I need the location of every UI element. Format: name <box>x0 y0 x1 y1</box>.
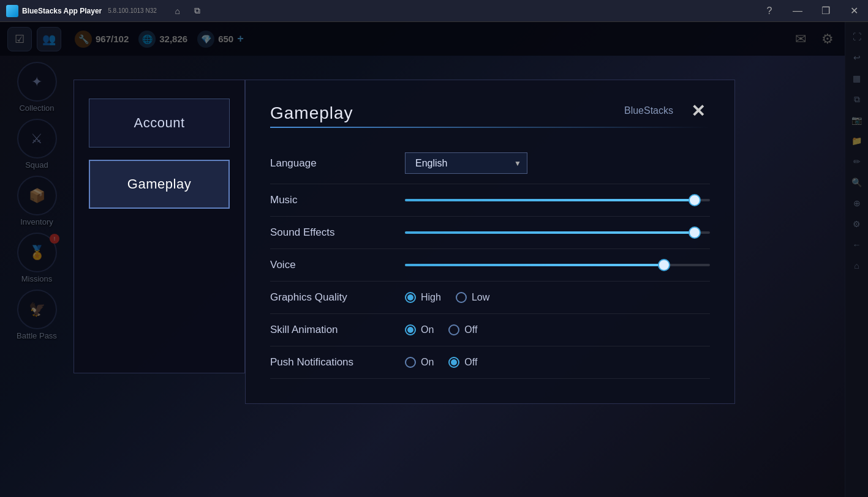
skill-off-radio[interactable] <box>448 324 459 335</box>
music-label: Music <box>270 194 405 206</box>
voice-slider-track[interactable] <box>405 264 710 266</box>
sound-effects-label: Sound Effects <box>270 226 405 239</box>
language-dropdown-wrapper[interactable]: English Korean Japanese Chinese ▼ <box>405 152 527 174</box>
titlebar: BlueStacks App Player 5.8.100.1013 N32 ⌂… <box>0 0 868 22</box>
push-on-option[interactable]: On <box>405 357 434 368</box>
music-setting-row: Music <box>270 184 710 217</box>
voice-label: Voice <box>270 259 405 271</box>
sound-effects-slider-fill <box>405 231 695 234</box>
music-slider-fill <box>405 199 695 201</box>
language-select[interactable]: English Korean Japanese Chinese <box>405 152 527 174</box>
skill-on-dot <box>407 327 413 333</box>
push-notifications-radio-group: On Off <box>405 357 477 368</box>
graphics-low-label: Low <box>472 292 489 303</box>
graphics-high-option[interactable]: High <box>405 292 441 303</box>
push-off-label: Off <box>464 357 477 368</box>
music-slider-thumb[interactable] <box>689 194 701 206</box>
push-notifications-label: Push Notifications <box>270 356 405 368</box>
sound-effects-slider-track[interactable] <box>405 231 710 234</box>
language-control: English Korean Japanese Chinese ▼ <box>405 152 710 174</box>
graphics-quality-label: Graphics Quality <box>270 291 405 304</box>
panel-close-button[interactable]: ✕ <box>685 99 710 123</box>
graphics-quality-radio-group: High Low <box>405 292 489 303</box>
skill-on-label: On <box>421 324 434 335</box>
gameplay-tab-button[interactable]: Gameplay <box>89 160 230 209</box>
graphics-low-radio[interactable] <box>456 292 467 303</box>
skill-animation-label: Skill Animation <box>270 324 405 336</box>
graphics-low-option[interactable]: Low <box>456 292 489 303</box>
titlebar-logo: BlueStacks App Player 5.8.100.1013 N32 <box>0 5 163 17</box>
skill-animation-setting-row: Skill Animation On Off <box>270 314 710 346</box>
push-on-radio[interactable] <box>405 357 416 368</box>
push-notifications-setting-row: Push Notifications On Off <box>270 346 710 379</box>
skill-animation-radio-group: On Off <box>405 324 477 335</box>
multi-nav-button[interactable]: ⧉ <box>189 2 206 20</box>
sound-effects-slider-thumb[interactable] <box>689 226 701 239</box>
push-on-label: On <box>421 357 434 368</box>
sound-effects-setting-row: Sound Effects <box>270 217 710 249</box>
voice-control[interactable] <box>405 264 710 266</box>
skill-off-option[interactable]: Off <box>448 324 477 335</box>
panel-header: Gameplay BlueStacks ✕ <box>270 99 710 123</box>
graphics-high-label: High <box>421 292 441 303</box>
voice-setting-row: Voice <box>270 249 710 282</box>
music-control[interactable] <box>405 199 710 201</box>
minimize-button[interactable]: — <box>783 0 812 22</box>
voice-slider-fill <box>405 264 664 266</box>
panel-title: Gameplay <box>270 103 353 123</box>
account-tab-button[interactable]: Account <box>89 99 230 148</box>
skill-off-label: Off <box>464 324 477 335</box>
graphics-setting-row: Graphics Quality High Low <box>270 282 710 314</box>
app-name: BlueStacks App Player <box>22 7 102 15</box>
home-nav-button[interactable]: ⌂ <box>169 2 186 20</box>
skill-on-option[interactable]: On <box>405 324 434 335</box>
graphics-high-radio[interactable] <box>405 292 416 303</box>
bluestacks-label: BlueStacks <box>624 105 673 116</box>
graphics-high-dot <box>407 294 413 301</box>
language-setting-row: Language English Korean Japanese Chinese… <box>270 143 710 184</box>
panel-divider <box>270 127 710 128</box>
skill-on-radio[interactable] <box>405 324 416 335</box>
push-off-option[interactable]: Off <box>448 357 477 368</box>
titlebar-controls: ? — ❐ ✕ <box>755 0 868 22</box>
app-version: 5.8.100.1013 N32 <box>108 7 157 14</box>
help-button[interactable]: ? <box>755 0 783 22</box>
push-off-dot <box>451 359 457 365</box>
voice-slider-thumb[interactable] <box>658 259 670 271</box>
sound-effects-control[interactable] <box>405 231 710 234</box>
restore-button[interactable]: ❐ <box>812 0 840 22</box>
bluestacks-logo-icon <box>6 5 18 17</box>
skill-animation-control: On Off <box>405 324 710 335</box>
push-notifications-control: On Off <box>405 357 710 368</box>
language-label: Language <box>270 157 405 170</box>
music-slider-track[interactable] <box>405 199 710 201</box>
settings-left-panel: Account Gameplay <box>74 80 245 373</box>
titlebar-nav: ⌂ ⧉ <box>169 2 206 20</box>
settings-right-panel: Gameplay BlueStacks ✕ Language English K… <box>245 80 735 404</box>
close-button[interactable]: ✕ <box>840 0 868 22</box>
push-off-radio[interactable] <box>448 357 459 368</box>
graphics-quality-control: High Low <box>405 292 710 303</box>
